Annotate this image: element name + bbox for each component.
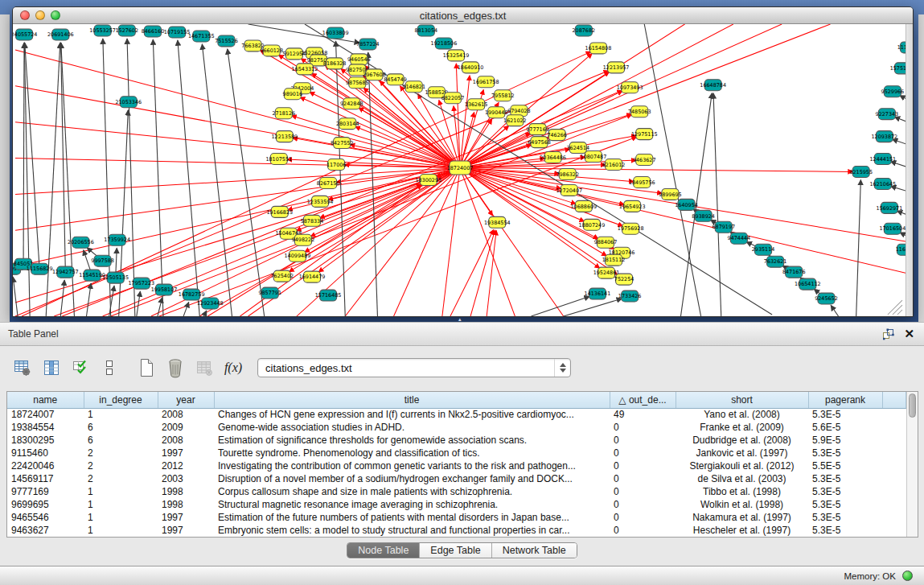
graph-edge[interactable] [119, 110, 129, 316]
table-cell[interactable]: Changes of HCN gene expression and I(f) … [214, 408, 610, 421]
table-cell[interactable]: 5.5E-5 [808, 459, 882, 472]
column-header-in_degree[interactable]: in_degree [84, 392, 158, 408]
graph-edge[interactable] [394, 168, 460, 316]
table-cell[interactable]: 5.6E-5 [808, 421, 882, 434]
table-cell[interactable]: Disruption of a novel member of a sodium… [214, 472, 610, 485]
table-cell[interactable]: 0 [610, 459, 676, 472]
table-row[interactable]: 2242004622012Investigating the contribut… [7, 459, 906, 472]
table-settings-icon[interactable] [11, 356, 34, 379]
column-header-out_de...[interactable]: △ out_de... [610, 392, 676, 408]
float-panel-icon[interactable] [882, 328, 894, 340]
table-cell[interactable]: 2008 [158, 408, 214, 421]
table-cell[interactable]: 5.3E-5 [808, 485, 882, 498]
table-cell[interactable]: 2 [84, 447, 158, 459]
graph-edge[interactable] [15, 168, 460, 231]
table-cell[interactable]: 5.3E-5 [808, 498, 882, 511]
table-cell[interactable]: 9777169 [7, 485, 84, 498]
combobox-stepper-icon[interactable] [554, 359, 570, 377]
table-cell[interactable]: 9115460 [7, 447, 84, 459]
table-cell[interactable]: 1998 [158, 485, 214, 498]
table-cell[interactable] [882, 524, 906, 537]
table-cell[interactable]: 0 [610, 524, 676, 537]
column-header-name[interactable]: name [7, 392, 84, 408]
graph-edge[interactable] [460, 112, 474, 167]
graph-edge[interactable] [713, 93, 721, 316]
table-cell[interactable]: 2008 [158, 434, 214, 447]
show-column-icon[interactable] [40, 356, 63, 379]
table-vertical-scrollbar[interactable] [906, 392, 918, 537]
graph-edge[interactable] [368, 52, 378, 316]
graph-edge[interactable] [15, 50, 460, 168]
table-cell[interactable]: 1 [84, 498, 158, 511]
table-cell[interactable]: 2012 [158, 459, 214, 472]
graph-edge[interactable] [897, 211, 906, 216]
table-source-combobox[interactable]: citations_edges.txt [257, 358, 571, 377]
graph-edge[interactable] [137, 291, 141, 316]
table-cell[interactable]: 6 [84, 434, 158, 447]
table-cell[interactable]: 5.3E-5 [808, 408, 882, 421]
tab-network-table[interactable]: Network Table [491, 543, 577, 558]
table-cell[interactable]: 1997 [158, 447, 214, 459]
table-cell[interactable]: 1997 [158, 511, 214, 524]
function-builder-icon[interactable]: f(x) [222, 356, 244, 379]
column-header-pagerank[interactable]: pagerank [808, 392, 882, 408]
graph-edge[interactable] [183, 302, 189, 316]
graph-edge[interactable] [890, 162, 906, 169]
graph-edge[interactable] [900, 96, 906, 102]
table-cell[interactable]: Jankovic et al. (1997) [676, 447, 808, 459]
table-cell[interactable]: 0 [610, 472, 676, 485]
table-cell[interactable]: 5.9E-5 [808, 434, 882, 447]
tab-node-table[interactable]: Node Table [347, 543, 419, 558]
table-cell[interactable]: 1997 [158, 524, 214, 537]
network-scrollbar[interactable] [906, 24, 913, 316]
table-cell[interactable]: 0 [610, 434, 676, 447]
table-cell[interactable]: Investigating the contribution of common… [214, 459, 610, 472]
close-panel-icon[interactable]: ✕ [904, 328, 914, 340]
table-row[interactable]: 1938455462009Genome-wide association stu… [7, 421, 906, 434]
select-all-icon[interactable] [69, 356, 92, 379]
minimize-traffic-light-icon[interactable] [35, 10, 45, 20]
graph-svg[interactable]: 2405572420691406105532571527602846616010… [13, 24, 906, 316]
table-row[interactable]: 911546021997Tourette syndrome. Phenomeno… [7, 447, 906, 459]
graph-edge[interactable] [178, 40, 199, 316]
table-cell[interactable]: 2 [84, 472, 158, 485]
table-cell[interactable] [882, 472, 906, 485]
table-cell[interactable]: 2 [84, 459, 158, 472]
table-cell[interactable]: Stergiakouli et al. (2012) [676, 459, 808, 472]
table-cell[interactable]: 9699695 [7, 498, 84, 511]
table-cell[interactable]: 6 [84, 421, 158, 434]
table-row[interactable]: 1830029562008Estimation of significance … [7, 434, 906, 447]
graph-edge[interactable] [310, 92, 460, 167]
table-cell[interactable]: 0 [610, 485, 676, 498]
graph-edge[interactable] [531, 296, 589, 316]
graph-edge[interactable] [564, 299, 622, 316]
table-cell[interactable]: 18300295 [7, 434, 84, 447]
column-header-year[interactable]: year [158, 392, 214, 408]
table-cell[interactable]: Hescheler et al. (1997) [676, 524, 808, 537]
table-cell[interactable]: Nakamura et al. (1997) [676, 511, 808, 524]
graph-edge[interactable] [336, 41, 346, 316]
column-header-title[interactable]: title [214, 392, 610, 408]
table-cell[interactable]: Franke et al. (2009) [676, 421, 808, 434]
table-cell[interactable]: 2009 [158, 421, 214, 434]
graph-edge[interactable] [15, 168, 460, 195]
table-row[interactable]: 969969511998Structural magnetic resonanc… [7, 498, 906, 511]
table-cell[interactable]: 1 [84, 408, 158, 421]
table-row[interactable]: 946554611997Estimation of the future num… [7, 511, 906, 524]
table-row[interactable]: 1872400712008Changes of HCN gene express… [7, 408, 906, 421]
table-cell[interactable]: 1 [84, 511, 158, 524]
table-cell[interactable] [882, 511, 906, 524]
table-cell[interactable]: 5.3E-5 [808, 524, 882, 537]
resize-grip-icon[interactable] [897, 310, 902, 315]
table-cell[interactable]: 0 [610, 498, 676, 511]
graph-edge[interactable] [892, 139, 906, 146]
table-cell[interactable]: 5.3E-5 [808, 511, 882, 524]
table-row[interactable]: 946362711997Embryonic stem cells: a mode… [7, 524, 906, 537]
network-canvas[interactable]: 2405572420691406105532571527602846616010… [13, 24, 906, 316]
import-table-icon[interactable] [193, 356, 216, 379]
splitter-handle[interactable]: ▴ [458, 317, 466, 321]
graph-edge[interactable] [460, 24, 830, 168]
table-cell[interactable]: 9465546 [7, 511, 84, 524]
graph-edge[interactable] [13, 277, 18, 316]
graph-edge[interactable] [460, 168, 623, 226]
